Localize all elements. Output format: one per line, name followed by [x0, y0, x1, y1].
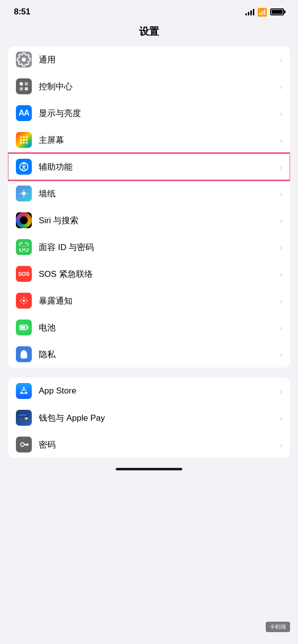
control-center-label: 控制中心 [39, 81, 276, 92]
battery-chevron: › [280, 323, 282, 332]
faceid-label: 面容 ID 与密码 [39, 242, 276, 253]
appstore-label: App Store [39, 386, 276, 396]
exposure-icon [16, 293, 32, 309]
svg-rect-9 [23, 139, 24, 140]
svg-rect-13 [26, 142, 27, 143]
svg-rect-3 [20, 87, 23, 90]
svg-point-38 [21, 443, 24, 446]
battery-label: 电池 [39, 322, 276, 333]
settings-item-siri[interactable]: Siri 与搜索 › [8, 207, 290, 234]
wallpaper-chevron: › [280, 190, 282, 198]
settings-item-wallpaper[interactable]: 墙纸 › [8, 180, 290, 207]
accessibility-label: 辅助功能 [39, 161, 276, 173]
svg-rect-6 [23, 136, 24, 138]
appstore-icon [16, 383, 32, 399]
settings-item-privacy[interactable]: 隐私 › [8, 341, 290, 368]
settings-item-general[interactable]: 通用 › [8, 46, 290, 73]
display-label: 显示与亮度 [39, 108, 276, 119]
siri-label: Siri 与搜索 [39, 215, 276, 226]
general-label: 通用 [39, 54, 276, 65]
home-indicator [116, 468, 182, 470]
homescreen-chevron: › [280, 136, 282, 144]
passwords-label: 密码 [39, 439, 276, 451]
siri-icon [16, 212, 32, 228]
settings-item-wallet[interactable]: 钱包与 Apple Pay › [8, 404, 290, 431]
general-chevron: › [280, 56, 282, 64]
siri-chevron: › [280, 216, 282, 225]
svg-rect-37 [19, 415, 27, 416]
status-time: 8:51 [14, 7, 30, 17]
svg-rect-36 [25, 417, 28, 420]
svg-point-0 [22, 58, 26, 62]
svg-point-26 [21, 298, 22, 299]
svg-point-22 [23, 297, 25, 298]
general-icon [16, 52, 32, 67]
faceid-icon [16, 239, 32, 255]
sos-icon: SOS [16, 266, 32, 282]
settings-item-homescreen[interactable]: 主屏幕 › [8, 127, 290, 153]
settings-section-2: App Store › 钱包与 Apple Pay › 密码 › [8, 378, 290, 458]
accessibility-icon [16, 159, 32, 175]
wallet-label: 钱包与 Apple Pay [39, 412, 276, 424]
svg-point-28 [21, 302, 22, 303]
settings-item-appstore[interactable]: App Store › [8, 378, 290, 404]
exposure-chevron: › [280, 297, 282, 305]
settings-item-control-center[interactable]: 控制中心 › [8, 73, 290, 100]
svg-rect-7 [26, 136, 27, 138]
control-center-chevron: › [280, 82, 282, 91]
settings-item-sos[interactable]: SOS SOS 紧急联络 › [8, 260, 290, 287]
exposure-label: 暴露通知 [39, 295, 276, 307]
homescreen-icon [16, 132, 32, 148]
privacy-chevron: › [280, 350, 282, 359]
page-title: 设置 [0, 21, 298, 46]
wallpaper-label: 墙纸 [39, 188, 276, 199]
svg-point-18 [22, 192, 25, 195]
settings-item-passwords[interactable]: 密码 › [8, 431, 290, 458]
display-icon: AA [16, 105, 32, 121]
svg-rect-2 [25, 82, 28, 85]
privacy-label: 隐私 [39, 349, 276, 360]
svg-rect-1 [20, 82, 23, 85]
settings-item-accessibility[interactable]: 辅助功能 › [8, 153, 290, 180]
settings-item-faceid[interactable]: 面容 ID 与密码 › [8, 234, 290, 260]
battery-icon [16, 320, 32, 335]
faceid-chevron: › [280, 243, 282, 252]
svg-point-27 [25, 298, 26, 299]
svg-rect-31 [21, 326, 25, 329]
status-bar: 8:51 📶 [0, 0, 298, 21]
settings-item-exposure[interactable]: 暴露通知 › [8, 287, 290, 314]
wifi-icon: 📶 [257, 7, 267, 17]
passwords-icon [16, 437, 32, 452]
battery-status-icon [270, 8, 284, 15]
settings-item-display[interactable]: AA 显示与亮度 › [8, 100, 290, 127]
signal-icon [245, 8, 254, 15]
svg-rect-12 [23, 142, 24, 143]
display-chevron: › [280, 109, 282, 118]
svg-point-24 [20, 300, 21, 302]
wallet-chevron: › [280, 414, 282, 422]
svg-rect-4 [25, 87, 28, 90]
sos-chevron: › [280, 270, 282, 278]
svg-rect-10 [26, 139, 27, 140]
svg-rect-5 [20, 136, 22, 138]
homescreen-label: 主屏幕 [39, 134, 276, 146]
svg-rect-8 [20, 139, 22, 140]
svg-point-23 [23, 303, 25, 305]
wallpaper-icon [16, 186, 32, 201]
settings-section-1: 通用 › 控制中心 › AA 显示与亮度 › [8, 46, 290, 368]
privacy-icon [16, 346, 32, 362]
appstore-chevron: › [280, 387, 282, 395]
svg-rect-11 [20, 142, 22, 143]
svg-point-29 [25, 302, 26, 303]
settings-item-battery[interactable]: 电池 › [8, 314, 290, 341]
passwords-chevron: › [280, 441, 282, 449]
accessibility-chevron: › [280, 163, 282, 171]
svg-line-17 [24, 167, 25, 170]
wallet-icon [16, 410, 32, 426]
watermark: 卡机喵 [266, 622, 290, 632]
status-icons: 📶 [245, 7, 284, 17]
sos-label: SOS 紧急联络 [39, 268, 276, 280]
svg-point-21 [23, 300, 25, 302]
svg-point-25 [26, 300, 28, 302]
control-center-icon [16, 78, 32, 94]
